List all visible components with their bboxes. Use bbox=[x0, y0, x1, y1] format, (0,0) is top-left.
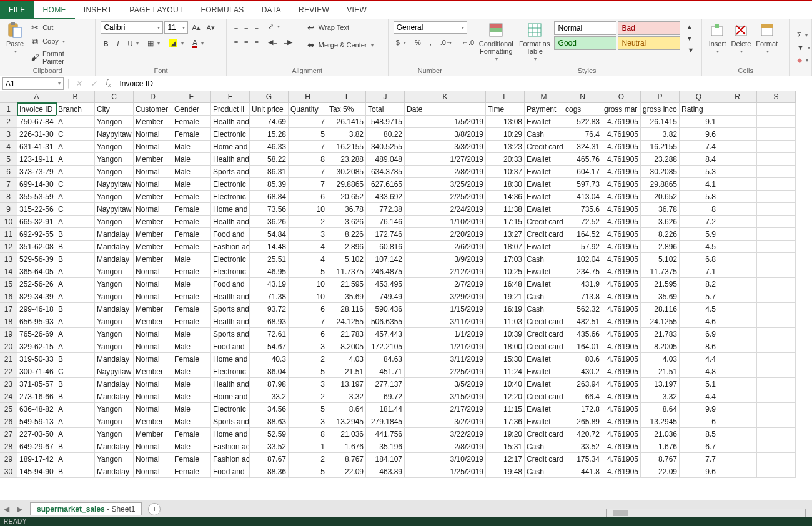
cell[interactable] bbox=[718, 128, 757, 141]
cell[interactable]: Female bbox=[172, 228, 211, 241]
cell[interactable]: Food and bbox=[211, 340, 250, 353]
cell[interactable]: Normal bbox=[134, 340, 172, 353]
cell[interactable]: Member bbox=[134, 365, 172, 378]
cell[interactable]: 68.84 bbox=[250, 191, 289, 203]
cell[interactable]: 52.59 bbox=[250, 428, 289, 440]
cell[interactable]: 11:38 bbox=[486, 203, 525, 216]
conditional-formatting-button[interactable]: Conditional Formatting bbox=[477, 21, 515, 62]
cell[interactable]: B bbox=[56, 303, 95, 315]
cell[interactable]: 604.17 bbox=[563, 166, 602, 178]
tab-view[interactable]: VIEW bbox=[338, 1, 375, 19]
cell[interactable]: Female bbox=[172, 191, 211, 203]
cell[interactable] bbox=[718, 166, 757, 178]
cell[interactable]: 4.8 bbox=[680, 365, 718, 378]
cell[interactable]: 8.2 bbox=[680, 278, 718, 290]
cell[interactable] bbox=[757, 365, 796, 378]
increase-font-button[interactable]: A▴ bbox=[189, 22, 202, 33]
cell[interactable]: Mandalay bbox=[95, 303, 134, 315]
cell[interactable]: 433.692 bbox=[366, 191, 405, 203]
font-name-dropdown[interactable]: Calibri bbox=[101, 21, 163, 34]
cell[interactable]: Male bbox=[172, 141, 211, 153]
cell[interactable] bbox=[757, 116, 796, 128]
cell[interactable] bbox=[757, 228, 796, 241]
cell[interactable]: A bbox=[56, 328, 95, 340]
cell[interactable]: 430.2 bbox=[563, 365, 602, 378]
cell[interactable]: 40.3 bbox=[250, 353, 289, 365]
cell[interactable]: 123-19-11 bbox=[17, 153, 56, 166]
cell[interactable]: 4.03 bbox=[641, 353, 680, 365]
cell[interactable]: 6 bbox=[680, 415, 718, 428]
row-header[interactable]: 29 bbox=[0, 453, 17, 465]
cell[interactable] bbox=[757, 241, 796, 253]
cell[interactable]: 35.69 bbox=[327, 290, 366, 303]
cell[interactable]: Health and bbox=[211, 153, 250, 166]
cell[interactable]: 4.761905 bbox=[602, 216, 641, 228]
cell[interactable]: 15:30 bbox=[486, 353, 525, 365]
cell[interactable]: gross inco bbox=[641, 103, 680, 116]
cell[interactable] bbox=[718, 191, 757, 203]
cell[interactable]: Sports and bbox=[211, 166, 250, 178]
cell[interactable]: 4.761905 bbox=[602, 116, 641, 128]
cell[interactable]: A bbox=[56, 453, 95, 465]
row-header[interactable]: 8 bbox=[0, 191, 17, 203]
cell[interactable]: 21.51 bbox=[641, 365, 680, 378]
insert-cells-button[interactable]: Insert bbox=[707, 21, 727, 54]
cell[interactable]: 2/24/2019 bbox=[405, 203, 486, 216]
cell[interactable]: 8.2005 bbox=[641, 340, 680, 353]
cell[interactable]: 18:07 bbox=[486, 241, 525, 253]
cell[interactable]: 87.98 bbox=[250, 378, 289, 390]
align-center-button[interactable]: ≡ bbox=[242, 37, 250, 47]
cell[interactable]: 12:20 bbox=[486, 390, 525, 403]
cell[interactable] bbox=[757, 328, 796, 340]
cell[interactable] bbox=[757, 253, 796, 265]
cell[interactable]: 23.288 bbox=[327, 153, 366, 166]
cell[interactable]: 7.1 bbox=[680, 265, 718, 278]
cell[interactable]: 20:33 bbox=[486, 153, 525, 166]
style-neutral[interactable]: Neutral bbox=[618, 36, 680, 50]
cell[interactable]: 463.89 bbox=[366, 465, 405, 478]
cell[interactable]: 3/8/2019 bbox=[405, 128, 486, 141]
cell[interactable]: 1/25/2019 bbox=[405, 465, 486, 478]
cell[interactable]: 441.8 bbox=[563, 465, 602, 478]
cell[interactable]: 57.92 bbox=[563, 241, 602, 253]
cell[interactable] bbox=[757, 415, 796, 428]
column-header-S[interactable]: S bbox=[757, 91, 796, 103]
cell[interactable]: 36.78 bbox=[641, 203, 680, 216]
row-header[interactable]: 15 bbox=[0, 278, 17, 290]
cell[interactable]: Female bbox=[172, 241, 211, 253]
cell[interactable]: Female bbox=[172, 290, 211, 303]
cell[interactable]: 172.2105 bbox=[366, 340, 405, 353]
cell[interactable]: Cash bbox=[525, 128, 563, 141]
cell[interactable]: 355-53-59 bbox=[17, 191, 56, 203]
cell[interactable]: 84.63 bbox=[366, 353, 405, 365]
cell[interactable]: Ewallet bbox=[525, 365, 563, 378]
cell[interactable] bbox=[757, 216, 796, 228]
cell[interactable] bbox=[757, 465, 796, 478]
cell[interactable]: 4.1 bbox=[680, 178, 718, 191]
cell[interactable]: Credit card bbox=[525, 141, 563, 153]
cell[interactable] bbox=[718, 378, 757, 390]
cell[interactable]: 829-34-39 bbox=[17, 290, 56, 303]
underline-button[interactable]: U bbox=[125, 39, 141, 49]
cell[interactable]: Total bbox=[366, 103, 405, 116]
cell[interactable]: Member bbox=[134, 315, 172, 328]
cell[interactable]: 4.6 bbox=[680, 315, 718, 328]
cell[interactable]: 13:27 bbox=[486, 228, 525, 241]
cell[interactable]: 18:00 bbox=[486, 340, 525, 353]
cell[interactable]: B bbox=[56, 241, 95, 253]
cell[interactable]: 8.767 bbox=[641, 453, 680, 465]
cell[interactable]: 489.048 bbox=[366, 153, 405, 166]
cell[interactable]: 549-59-13 bbox=[17, 415, 56, 428]
cell[interactable]: Quantity bbox=[289, 103, 327, 116]
cell[interactable]: 58.22 bbox=[250, 153, 289, 166]
cell[interactable]: 4 bbox=[289, 241, 327, 253]
cell[interactable]: 3.32 bbox=[641, 390, 680, 403]
cell[interactable]: 10:40 bbox=[486, 378, 525, 390]
cell[interactable] bbox=[757, 265, 796, 278]
cell[interactable]: 5.102 bbox=[641, 253, 680, 265]
autosum-button[interactable]: Σ bbox=[795, 30, 810, 40]
cell[interactable] bbox=[718, 116, 757, 128]
cell[interactable]: 172.8 bbox=[563, 403, 602, 415]
cell[interactable]: 453.495 bbox=[366, 278, 405, 290]
cell[interactable]: Male bbox=[172, 328, 211, 340]
